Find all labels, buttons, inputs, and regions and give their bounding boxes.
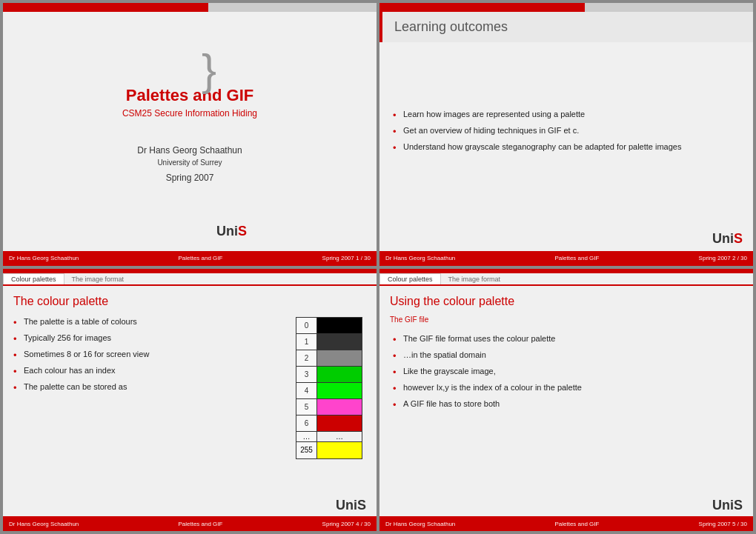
slide3-title-area: The colour palette [3,286,377,317]
slide1-university: University of Surrey [157,158,222,167]
s4-bullet-gif: A GIF file has to store both [393,399,740,408]
slide-4: Colour palettes The image format Using t… [379,269,753,532]
bullet-1: Learn how images are represented using a… [393,110,740,119]
unis-logo-4: UniS [712,498,743,513]
slide3-footer: Dr Hans Georg Schaathun Palettes and GIF… [3,516,377,531]
slide4-footer: Dr Hans Georg Schaathun Palettes and GIF… [379,516,753,531]
slide1-author: Dr Hans Georg Schaathun [137,145,242,156]
slide3-content: The colour palette The palette is a tabl… [3,286,377,517]
slide1-footer-left: Dr Hans Georg Schaathun [9,255,79,261]
slide-1: } Palettes and GIF CSM25 Secure Informat… [3,3,377,266]
unis-s4: S [734,498,743,513]
unis-uni4: Uni [712,498,734,513]
palette-color-3 [317,367,362,382]
slide2-footer: Dr Hans Georg Schaathun Palettes and GIF… [379,251,753,266]
palette-color-4 [317,383,362,398]
palette-color-2 [317,350,362,366]
palette-dots-idx: … [296,432,317,441]
bullet-3: Understand how grayscale steganography c… [393,142,740,151]
s3-bullet-3: Sometimes 8 or 16 for screen view [13,350,285,358]
palette-row-4: 4 [296,383,362,399]
slide1-footer: Dr Hans Georg Schaathun Palettes and GIF… [3,251,377,266]
unis-logo-2: UniS [390,231,743,247]
slide3-tab-row: Colour palettes The image format [3,273,377,286]
slide2-bar-gray [585,3,753,12]
unis-s2: S [734,231,743,246]
palette-index-0: 0 [296,318,317,333]
palette-index-2: 2 [296,350,317,366]
palette-index-6: 6 [296,415,317,431]
slide2-footer-right: Spring 2007 2 / 30 [699,255,747,261]
slide1-bar-red [3,3,208,12]
palette-color-0 [317,318,362,333]
slide-3: Colour palettes The image format The col… [3,269,377,532]
tab3-image-format[interactable]: The image format [64,274,132,284]
slide1-content: } Palettes and GIF CSM25 Secure Informat… [3,12,377,251]
tab3-colour-palettes[interactable]: Colour palettes [3,273,64,284]
slide1-title: Palettes and GIF [126,86,253,105]
s3-bullet-4: Each colour has an index [13,366,285,375]
palette-color-5 [317,399,362,415]
palette-row-2: 2 [296,350,362,367]
slide2-section-title: Learning outcomes [394,19,508,34]
slide2-header-bar [379,3,753,12]
palette-layout: The palette is a table of colours Typica… [3,317,377,495]
slide2-footer-center: Palettes and GIF [554,255,599,261]
slide1-header-bar [3,3,377,12]
bullet-2: Get an overview of hiding techniques in … [393,126,740,135]
tab4-colour-palettes[interactable]: Colour palettes [379,273,441,284]
s3-bullet-2: Typically 256 for images [13,333,285,342]
s4-bullet-2: …in the spatial domain [393,350,740,359]
slide4-sub-title: The GIF file [390,316,743,324]
slide4-footer-right: Spring 2007 5 / 30 [699,521,747,527]
slide4-logo-area: UniS [379,495,753,516]
s4-bullet-however: however Ix,y is the index of a colour in… [393,383,740,392]
palette-row-5: 5 [296,399,362,415]
palette-color-6 [317,415,362,431]
slide1-subtitle: CSM25 Secure Information Hiding [122,108,257,119]
palette-row-3: 3 [296,367,362,383]
slide1-bar-gray [208,3,377,12]
slide1-footer-right: Spring 2007 1 / 30 [322,255,371,261]
unis-s3: S [357,498,366,513]
slide-2: Learning outcomes Learn how images are r… [379,3,753,266]
slide2-bullets: Learn how images are represented using a… [393,110,740,158]
palette-index-4: 4 [296,383,317,398]
slide3-logo-area: UniS [3,495,377,516]
slide4-tab-row: Colour palettes The image format [379,273,753,286]
slide3-footer-right: Spring 2007 4 / 30 [322,521,371,527]
slide4-footer-left: Dr Hans Georg Schaathun [385,521,455,527]
palette-left: The palette is a table of colours Typica… [13,317,285,398]
slide3-footer-left: Dr Hans Georg Schaathun [9,521,79,527]
slide2-body: Learning outcomes Learn how images are r… [379,12,753,251]
palette-row-0: 0 [296,318,362,334]
palette-row-1: 1 [296,334,362,350]
slide2-footer-left: Dr Hans Georg Schaathun [385,255,455,261]
slide4-bullets-area: The GIF file format uses the colour pale… [379,331,753,495]
slide4-content: Using the colour palette The GIF file Th… [379,286,753,517]
palette-dots-color: … [317,432,362,441]
palette-color-1 [317,334,362,350]
bracket-decoration: } [202,44,216,96]
palette-dots-row: … … [296,432,362,442]
slide3-bullets: The palette is a table of colours Typica… [13,317,285,391]
palette-row-6: 6 [296,415,362,432]
unis-uni3: Uni [336,498,357,513]
slide4-section-title: Using the colour palette [390,290,743,310]
slide2-bar-red [379,3,585,12]
slide2-logo-area: UniS [379,227,753,251]
s3-bullet-1: The palette is a table of colours [13,317,285,326]
slide4-footer-center: Palettes and GIF [554,521,599,527]
unis-uni: Uni [216,224,238,238]
palette-row-255: 255 [296,442,362,458]
slide1-footer-center: Palettes and GIF [178,255,222,261]
slide4-title-area: Using the colour palette The GIF file [379,286,753,331]
palette-index-5: 5 [296,399,317,415]
palette-index-3: 3 [296,367,317,382]
palette-index-255: 255 [296,442,317,458]
tab4-image-format[interactable]: The image format [441,274,508,284]
s4-bullet-3: Like the grayscale image, [393,367,740,376]
unis-uni2: Uni [712,231,734,246]
slide4-bullet-list: The GIF file format uses the colour pale… [393,334,740,408]
slide3-footer-center: Palettes and GIF [178,521,222,527]
